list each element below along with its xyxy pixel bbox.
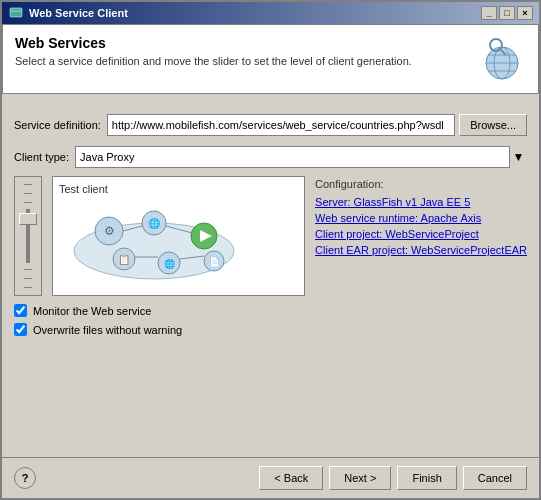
overwrite-checkbox[interactable]	[14, 323, 27, 336]
content-area: Service definition: Browse... Client typ…	[2, 104, 539, 457]
page-title: Web Services	[15, 35, 412, 51]
help-button[interactable]: ?	[14, 467, 36, 489]
svg-text:🌐: 🌐	[164, 258, 176, 270]
page-description: Select a service definition and move the…	[15, 55, 412, 67]
footer-buttons: < Back Next > Finish Cancel	[259, 466, 527, 490]
window-icon	[8, 5, 24, 21]
svg-text:⚙: ⚙	[104, 224, 115, 238]
service-definition-input[interactable]	[107, 114, 455, 136]
service-definition-label: Service definition:	[14, 119, 101, 131]
middle-section: Test client ⚙ 🌐 📋	[14, 176, 527, 296]
browse-button[interactable]: Browse...	[459, 114, 527, 136]
config-link-runtime[interactable]: Web service runtime: Apache Axis	[315, 212, 527, 224]
config-link-ear[interactable]: Client EAR project: WebServiceProjectEAR	[315, 244, 527, 256]
service-definition-row: Service definition: Browse...	[14, 114, 527, 136]
maximize-button[interactable]: □	[499, 6, 515, 20]
back-button[interactable]: < Back	[259, 466, 323, 490]
window-controls: _ □ ×	[481, 6, 533, 20]
monitor-checkbox[interactable]	[14, 304, 27, 317]
minimize-button[interactable]: _	[481, 6, 497, 20]
svg-rect-0	[10, 8, 22, 17]
diagram-svg: ⚙ 🌐 📋 🌐 📄	[59, 201, 249, 281]
next-button[interactable]: Next >	[329, 466, 391, 490]
header-section: Web Services Select a service definition…	[2, 24, 539, 94]
monitor-label: Monitor the Web service	[33, 305, 151, 317]
overwrite-checkbox-row: Overwrite files without warning	[14, 323, 527, 336]
client-type-label: Client type:	[14, 151, 69, 163]
client-type-row: Client type: Java Proxy JAX-WS Apache Ax…	[14, 146, 527, 168]
preview-label: Test client	[59, 183, 298, 195]
configuration-title: Configuration:	[315, 178, 527, 190]
svg-text:📄: 📄	[209, 256, 221, 268]
preview-box: Test client ⚙ 🌐 📋	[52, 176, 305, 296]
configuration-section: Configuration: Server: GlassFish v1 Java…	[315, 176, 527, 296]
title-bar: Web Service Client _ □ ×	[2, 2, 539, 24]
level-slider[interactable]	[14, 176, 42, 296]
header-icon	[478, 35, 526, 83]
monitor-checkbox-row: Monitor the Web service	[14, 304, 527, 317]
svg-text:📋: 📋	[118, 253, 131, 266]
client-type-select[interactable]: Java Proxy JAX-WS Apache Axis	[75, 146, 527, 168]
footer: ? < Back Next > Finish Cancel	[2, 457, 539, 498]
config-link-project[interactable]: Client project: WebServiceProject	[315, 228, 527, 240]
svg-text:🌐: 🌐	[148, 217, 161, 230]
config-link-server[interactable]: Server: GlassFish v1 Java EE 5	[315, 196, 527, 208]
window-title: Web Service Client	[29, 7, 128, 19]
main-window: Web Service Client _ □ × Web Services Se…	[0, 0, 541, 500]
overwrite-label: Overwrite files without warning	[33, 324, 182, 336]
cancel-button[interactable]: Cancel	[463, 466, 527, 490]
finish-button[interactable]: Finish	[397, 466, 456, 490]
close-button[interactable]: ×	[517, 6, 533, 20]
client-type-wrapper: Java Proxy JAX-WS Apache Axis ▼	[75, 146, 527, 168]
